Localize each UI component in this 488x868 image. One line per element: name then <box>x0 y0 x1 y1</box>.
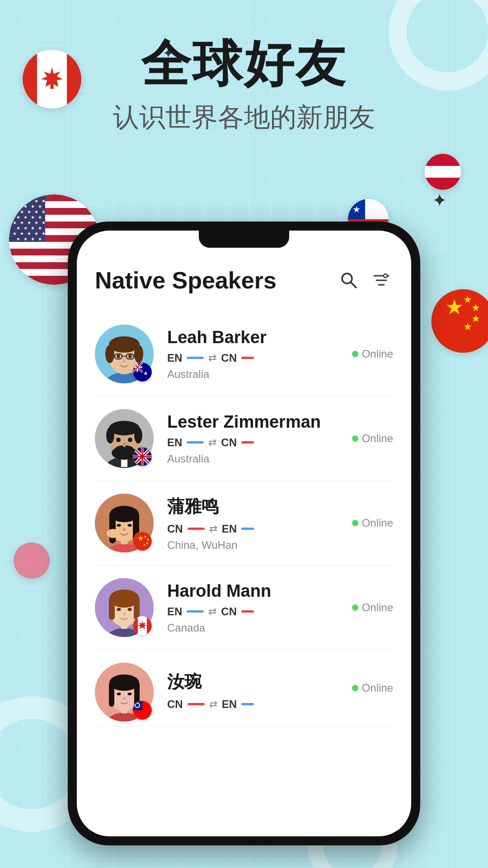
svg-point-181 <box>136 703 139 707</box>
svg-text:★: ★ <box>34 198 38 203</box>
phone-screen: Native Speakers <box>77 231 411 836</box>
avatar-container: ★ ★ ★ ★ ★ <box>95 494 154 552</box>
svg-point-80 <box>384 274 387 278</box>
user-item[interactable]: ★ Leah Barker EN ⇄ <box>95 312 393 396</box>
svg-text:★: ★ <box>42 220 46 225</box>
svg-text:★: ★ <box>27 220 31 225</box>
user-item[interactable]: Harold Mann EN ⇄ CN Canada <box>95 566 393 650</box>
svg-text:★: ★ <box>38 236 42 241</box>
svg-text:★: ★ <box>34 231 38 236</box>
svg-point-118 <box>128 438 132 442</box>
svg-text:★: ★ <box>42 198 46 203</box>
online-dot <box>352 351 358 357</box>
user-list: ★ Leah Barker EN ⇄ <box>95 312 393 726</box>
app-icons <box>337 269 393 292</box>
svg-text:★: ★ <box>31 236 35 241</box>
flag-badge <box>133 447 152 466</box>
online-badge: Online <box>352 517 393 529</box>
svg-point-141 <box>107 529 119 538</box>
svg-text:★: ★ <box>20 220 24 225</box>
svg-rect-171 <box>109 682 114 707</box>
svg-text:★: ★ <box>23 236 28 241</box>
svg-point-174 <box>128 693 132 695</box>
svg-line-76 <box>351 282 356 288</box>
svg-point-138 <box>117 524 121 527</box>
lang-to: CN <box>221 352 237 364</box>
svg-text:★: ★ <box>352 204 361 214</box>
svg-text:★: ★ <box>471 313 480 324</box>
main-title: 全球好友 <box>0 36 488 91</box>
sub-title: 认识世界各地的新朋友 <box>0 100 488 135</box>
svg-text:★: ★ <box>34 220 38 225</box>
user-item[interactable]: ★ ★ ★ ★ ★ 蒲雅鸣 CN <box>95 481 393 566</box>
svg-text:★: ★ <box>445 295 464 319</box>
svg-text:★: ★ <box>38 226 42 231</box>
svg-point-157 <box>117 608 121 611</box>
lang-to: EN <box>222 698 237 711</box>
svg-text:★: ★ <box>471 302 480 313</box>
app-title: Native Speakers <box>95 267 277 294</box>
lang-from: EN <box>167 436 182 449</box>
svg-text:★: ★ <box>143 370 148 377</box>
svg-text:★: ★ <box>16 226 20 231</box>
lang-to: CN <box>221 605 237 618</box>
phone-notch <box>199 231 289 248</box>
svg-text:★: ★ <box>20 231 24 236</box>
flag-pink-circle <box>14 542 50 579</box>
svg-point-175 <box>123 697 126 700</box>
lang-row: CN ⇄ EN <box>167 698 393 711</box>
user-location: Canada <box>167 622 393 634</box>
svg-text:★: ★ <box>13 231 17 236</box>
flag-badge: ★ <box>133 363 152 382</box>
user-location: Australia <box>167 368 393 381</box>
online-label: Online <box>362 517 393 529</box>
svg-text:★: ★ <box>20 209 24 214</box>
svg-text:★: ★ <box>23 226 28 231</box>
svg-text:★: ★ <box>27 231 31 236</box>
svg-point-93 <box>117 354 120 358</box>
svg-point-95 <box>123 359 126 363</box>
online-label: Online <box>362 432 393 445</box>
svg-point-86 <box>105 345 114 363</box>
svg-text:★: ★ <box>38 204 42 209</box>
avatar-container <box>95 578 154 637</box>
svg-text:★: ★ <box>137 534 144 542</box>
user-name: Lester Zimmerman <box>167 412 393 432</box>
user-location: China, WuHan <box>167 539 393 552</box>
svg-rect-136 <box>109 512 116 543</box>
filter-button[interactable] <box>370 269 393 292</box>
avatar-container <box>95 409 154 468</box>
svg-text:★: ★ <box>145 541 149 545</box>
svg-text:★: ★ <box>16 236 20 241</box>
online-badge: Online <box>352 432 393 445</box>
svg-point-119 <box>122 443 126 447</box>
svg-text:★: ★ <box>31 215 35 220</box>
user-item[interactable]: 汝琬 CN ⇄ EN <box>95 650 393 726</box>
header: 全球好友 认识世界各地的新朋友 <box>0 36 488 135</box>
svg-point-159 <box>123 613 126 616</box>
svg-text:★: ★ <box>31 226 35 231</box>
svg-text:★: ★ <box>38 215 42 220</box>
svg-rect-155 <box>109 597 115 620</box>
online-label: Online <box>362 601 393 614</box>
filter-icon <box>371 270 391 290</box>
lang-from: EN <box>167 352 182 364</box>
online-dot <box>352 604 358 611</box>
lang-to: CN <box>221 436 237 449</box>
svg-point-94 <box>128 354 132 358</box>
svg-point-117 <box>116 438 121 442</box>
online-label: Online <box>362 348 393 360</box>
flag-badge <box>133 616 152 635</box>
online-dot <box>352 685 358 691</box>
lang-from: CN <box>167 523 183 535</box>
user-item[interactable]: Lester Zimmerman EN ⇄ CN A <box>95 396 393 481</box>
user-location: Australia <box>167 453 393 465</box>
search-icon <box>339 270 359 290</box>
svg-text:★: ★ <box>143 543 146 547</box>
online-badge: Online <box>352 601 393 614</box>
flag-austria <box>425 154 461 190</box>
online-dot <box>352 435 358 442</box>
search-button[interactable] <box>337 269 361 292</box>
app-header: Native Speakers <box>95 267 393 294</box>
svg-point-158 <box>128 608 132 611</box>
